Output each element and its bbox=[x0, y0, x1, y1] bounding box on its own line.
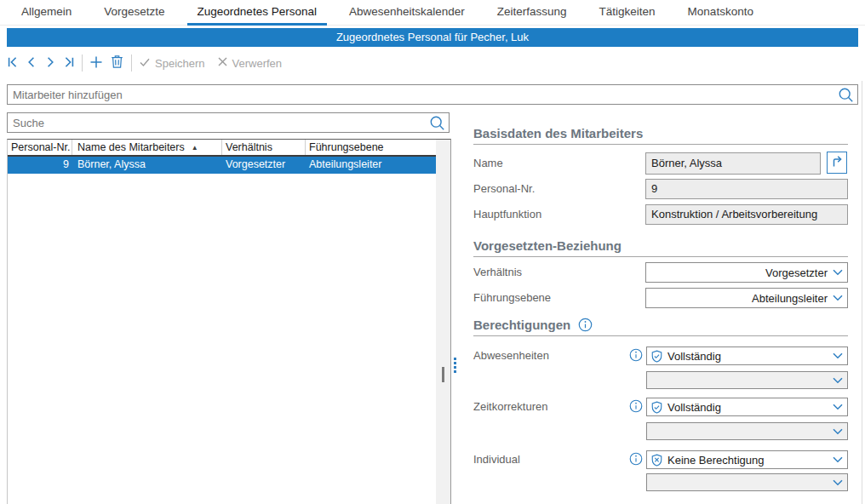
name-label: Name bbox=[473, 157, 503, 169]
delete-button[interactable] bbox=[110, 54, 124, 72]
table-scrollbar-thumb[interactable] bbox=[442, 367, 444, 382]
shield-x-icon bbox=[650, 454, 663, 467]
chevron-down-icon bbox=[833, 404, 843, 410]
chevron-down-icon bbox=[833, 428, 843, 435]
permission-row-abwesenheiten: Abwesenheiten Vollständig bbox=[473, 346, 848, 365]
tab-zugeordnetes-personal[interactable]: Zugeordnetes Personal bbox=[187, 0, 327, 25]
nav-next-icon bbox=[44, 56, 56, 71]
cell-fuehrungsebene: Abteilungsleiter bbox=[306, 157, 450, 174]
toolbar-separator bbox=[82, 54, 83, 72]
table-header-row: Personal-Nr. Name des Mitarbeiters▲ Verh… bbox=[8, 140, 450, 157]
column-header-name[interactable]: Name des Mitarbeiters▲ bbox=[72, 140, 222, 155]
nav-first-button[interactable] bbox=[7, 56, 19, 71]
app-window: Allgemein Vorgesetzte Zugeordnetes Perso… bbox=[0, 0, 865, 504]
fuehrungsebene-dropdown[interactable]: Abteilungsleiter bbox=[645, 288, 848, 308]
fuehrungsebene-label: Führungsebene bbox=[473, 291, 551, 304]
section-heading-basisdaten: Basisdaten des Mitarbeiters bbox=[473, 126, 848, 145]
detail-panel: Basisdaten des Mitarbeiters Name Börner,… bbox=[473, 0, 848, 504]
hauptfunktion-field: Konstruktion / Arbeitsvorbereitung bbox=[645, 204, 848, 225]
column-header-fuehrungsebene[interactable]: Führungsebene bbox=[306, 140, 450, 155]
nav-first-icon bbox=[7, 56, 19, 71]
individual-permission-dropdown[interactable]: Keine Berechtigung bbox=[646, 450, 848, 469]
personal-nr-label: Personal-Nr. bbox=[473, 182, 535, 195]
chevron-down-icon bbox=[833, 295, 843, 301]
individual-secondary-dropdown[interactable] bbox=[646, 473, 848, 491]
cell-name: Börner, Alyssa bbox=[72, 157, 222, 174]
permission-row-zeitkorrekturen-secondary bbox=[473, 422, 848, 440]
open-employee-button[interactable] bbox=[827, 152, 847, 174]
permission-row-zeitkorrekturen: Zeitkorrekturen Vollständig bbox=[473, 398, 848, 416]
fuehrungsebene-value: Abteilungsleiter bbox=[646, 292, 833, 305]
add-button[interactable] bbox=[89, 55, 103, 72]
field-row-personal-nr: Personal-Nr. 9 bbox=[473, 179, 848, 199]
splitter-dot bbox=[454, 358, 456, 360]
nav-last-icon bbox=[63, 56, 75, 71]
column-header-verhaeltnis[interactable]: Verhältnis bbox=[222, 140, 306, 155]
permission-row-individual: Individual Keine Berechtigung bbox=[473, 450, 848, 469]
nav-next-button[interactable] bbox=[44, 56, 56, 71]
zeitkorrekturen-permission-dropdown[interactable]: Vollständig bbox=[646, 398, 848, 416]
trash-icon bbox=[110, 54, 124, 72]
shield-check-icon bbox=[650, 401, 663, 414]
info-icon[interactable] bbox=[629, 348, 643, 362]
sort-ascending-icon: ▲ bbox=[192, 144, 198, 152]
zeitkorrekturen-permission-value: Vollständig bbox=[663, 401, 833, 414]
individual-permission-value: Keine Berechtigung bbox=[663, 454, 833, 467]
nav-previous-icon bbox=[26, 56, 37, 71]
abwesenheiten-permission-dropdown[interactable]: Vollständig bbox=[646, 346, 848, 365]
field-row-name: Name Börner, Alyssa bbox=[473, 152, 848, 175]
personal-nr-field: 9 bbox=[645, 179, 848, 199]
verhaeltnis-value: Vorgesetzter bbox=[646, 266, 833, 279]
x-icon bbox=[217, 56, 228, 70]
abwesenheiten-label: Abwesenheiten bbox=[473, 349, 549, 362]
cell-personal-nr: 9 bbox=[8, 157, 72, 174]
zeitkorrekturen-label: Zeitkorrekturen bbox=[473, 400, 547, 413]
info-icon[interactable] bbox=[629, 399, 643, 413]
permission-row-individual-secondary bbox=[473, 473, 848, 491]
discard-button[interactable]: Verwerfen bbox=[217, 56, 283, 70]
toolbar-separator bbox=[131, 54, 132, 72]
chevron-down-icon bbox=[833, 352, 843, 359]
individual-label: Individual bbox=[473, 453, 520, 466]
list-searchbox bbox=[7, 112, 450, 133]
discard-button-label: Verwerfen bbox=[232, 57, 283, 70]
nav-previous-button[interactable] bbox=[26, 56, 37, 71]
abwesenheiten-secondary-dropdown[interactable] bbox=[646, 371, 848, 389]
splitter-dot bbox=[454, 362, 456, 364]
chevron-down-icon bbox=[833, 269, 843, 276]
chevron-down-icon bbox=[833, 377, 843, 384]
info-icon[interactable] bbox=[629, 452, 643, 466]
verhaeltnis-dropdown[interactable]: Vorgesetzter bbox=[645, 262, 848, 283]
jump-to-record-icon bbox=[829, 154, 845, 172]
splitter-dot bbox=[454, 366, 456, 369]
table-row[interactable]: 9 Börner, Alyssa Vorgesetzter Abteilungs… bbox=[8, 157, 450, 174]
splitter-dot bbox=[454, 370, 456, 373]
field-row-verhaeltnis: Verhältnis Vorgesetzter bbox=[473, 262, 848, 283]
verhaeltnis-label: Verhältnis bbox=[473, 266, 522, 278]
info-icon[interactable] bbox=[578, 318, 593, 332]
tab-allgemein[interactable]: Allgemein bbox=[11, 0, 82, 25]
save-button-label: Speichern bbox=[155, 57, 205, 70]
toolbar: Speichern Verwerfen bbox=[7, 49, 282, 77]
save-button[interactable]: Speichern bbox=[139, 56, 205, 71]
nav-last-button[interactable] bbox=[63, 56, 75, 71]
search-icon[interactable] bbox=[429, 115, 445, 131]
section-heading-berechtigungen: Berechtigungen bbox=[473, 318, 848, 336]
table-scrollbar-track[interactable] bbox=[436, 140, 450, 504]
permission-row-abwesenheiten-secondary bbox=[473, 371, 848, 389]
check-icon bbox=[139, 56, 151, 71]
hauptfunktion-label: Hauptfunktion bbox=[473, 208, 541, 220]
column-header-personal-nr[interactable]: Personal-Nr. bbox=[8, 140, 72, 155]
window-right-border bbox=[862, 81, 862, 504]
cell-verhaeltnis: Vorgesetzter bbox=[222, 157, 306, 174]
personnel-table: Personal-Nr. Name des Mitarbeiters▲ Verh… bbox=[7, 139, 451, 504]
zeitkorrekturen-secondary-dropdown[interactable] bbox=[646, 422, 848, 440]
chevron-down-icon bbox=[833, 456, 843, 463]
abwesenheiten-permission-value: Vollständig bbox=[663, 350, 833, 363]
list-search-input[interactable] bbox=[8, 117, 429, 129]
tab-abwesenheitskalender[interactable]: Abwesenheitskalender bbox=[339, 0, 475, 25]
panel-splitter-handle[interactable] bbox=[454, 358, 457, 375]
tab-vorgesetzte[interactable]: Vorgesetzte bbox=[94, 0, 175, 25]
shield-check-icon bbox=[650, 350, 663, 363]
section-heading-vorgesetzten-beziehung: Vorgesetzten-Beziehung bbox=[473, 238, 848, 257]
